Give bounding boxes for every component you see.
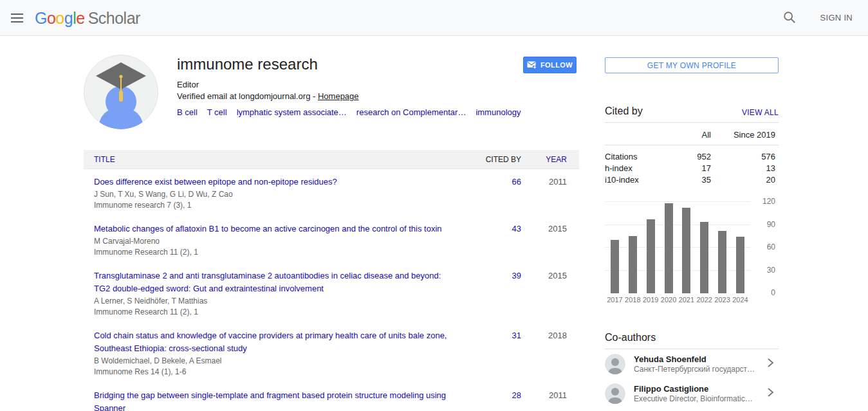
chart-ytick-label: 60	[767, 242, 775, 251]
profile-avatar[interactable]	[84, 55, 158, 129]
table-header-row: TITLE CITED BY YEAR	[84, 150, 579, 169]
article-venue: Immunome Research 11 (2), 1	[94, 247, 450, 257]
stat-value-since[interactable]: 13	[766, 163, 775, 173]
chart-bar[interactable]	[682, 208, 690, 293]
stat-value-all[interactable]: 17	[702, 163, 711, 173]
chart-year-label: 2018	[624, 296, 642, 304]
article-row: Does difference exist between epitope an…	[84, 169, 579, 216]
stat-label: h-index	[605, 163, 663, 174]
article-title-link[interactable]: Cold chain status and knowledge of vacci…	[94, 329, 450, 355]
coauthor-row[interactable]: Yehuda Shoenfeld Санкт-Петербургский гос…	[605, 349, 779, 379]
column-header-title[interactable]: TITLE	[94, 155, 115, 164]
citation-stats-table: All Since 2019 Citations 952 576 h-index	[605, 123, 779, 186]
chart-bar[interactable]	[700, 222, 708, 293]
stat-value-all[interactable]: 952	[697, 152, 711, 161]
stat-label: i10-index	[605, 174, 663, 186]
follow-button[interactable]: FOLLOW	[523, 57, 577, 73]
stat-row: i10-index 35 20	[605, 174, 779, 186]
citations-per-year-chart: 20172018201920202021202220232024 0306090…	[605, 202, 779, 304]
stats-col-all: All	[663, 129, 711, 141]
stat-value-since[interactable]: 576	[761, 152, 775, 161]
article-cited-count[interactable]: 28	[512, 390, 521, 400]
article-row: Transglutaminase 2 and anti transglutami…	[84, 263, 579, 323]
chart-bar[interactable]	[665, 203, 673, 293]
search-icon[interactable]	[782, 10, 797, 26]
sign-in-link[interactable]: SIGN IN	[820, 13, 853, 23]
envelope-plus-icon	[527, 61, 537, 69]
interest-tag[interactable]: research on Complementar…	[356, 107, 466, 118]
chart-year-label: 2017	[606, 296, 623, 304]
chart-year-label: 2024	[732, 296, 749, 304]
stats-rows: Citations 952 576 h-index 17 13 i10-inde…	[605, 151, 779, 186]
article-title-link[interactable]: Metabolic changes of aflatoxin B1 to bec…	[94, 223, 450, 235]
chevron-right-icon[interactable]	[766, 358, 775, 370]
stat-label: Citations	[605, 151, 663, 163]
column-header-year[interactable]: YEAR	[546, 155, 567, 164]
chart-year-label: 2022	[696, 296, 713, 304]
scholar-logo-text: Scholar	[88, 9, 140, 27]
interest-tag[interactable]: immunology	[476, 107, 521, 118]
chart-plot-area	[605, 202, 750, 293]
interest-tag[interactable]: T cell	[207, 107, 227, 118]
chart-year-label: 2023	[714, 296, 731, 304]
coauthor-affiliation: Executive Director, Bioinformatic…	[634, 394, 766, 404]
stats-col-since: Since 2019	[711, 129, 775, 141]
chart-year-label: 2021	[678, 296, 695, 304]
hamburger-menu-icon[interactable]	[11, 10, 26, 26]
stats-header-row: All Since 2019	[605, 123, 779, 145]
article-cited-count[interactable]: 39	[512, 271, 521, 280]
article-authors: J Sun, T Xu, S Wang, G Li, D Wu, Z Cao	[94, 189, 450, 199]
article-year: 2015	[521, 223, 579, 257]
cited-by-panel: Cited by VIEW ALL All Since 2019 Citatio…	[605, 105, 779, 304]
chart-bar[interactable]	[611, 240, 619, 293]
column-header-cited-by[interactable]: CITED BY	[470, 155, 521, 164]
sidebar: GET MY OWN PROFILE Cited by VIEW ALL All…	[605, 57, 779, 408]
get-my-own-profile-button[interactable]: GET MY OWN PROFILE	[605, 57, 779, 73]
article-authors: M Carvajal-Moreno	[94, 236, 450, 246]
view-all-link[interactable]: VIEW ALL	[742, 108, 779, 117]
coauthors-panel: Co-authors Yehuda Shoenfe	[605, 332, 779, 408]
chart-bar[interactable]	[647, 219, 655, 293]
article-cited-count[interactable]: 66	[512, 177, 521, 187]
article-title-link[interactable]: Transglutaminase 2 and anti transglutami…	[94, 269, 450, 295]
article-title-link[interactable]: Does difference exist between epitope an…	[94, 176, 450, 188]
article-title-link[interactable]: Bridging the gap between single-template…	[94, 389, 450, 411]
article-venue: Immunome Research 11 (2), 1	[94, 307, 450, 317]
article-year: 2011	[521, 176, 579, 210]
google-scholar-profile-page: GoogleScholar SIGN IN	[0, 0, 868, 411]
article-row: Metabolic changes of aflatoxin B1 to bec…	[84, 216, 579, 263]
article-year: 2011	[521, 389, 579, 411]
chevron-right-icon[interactable]	[766, 388, 775, 399]
stat-value-all[interactable]: 35	[702, 175, 711, 185]
coauthor-avatar	[605, 383, 625, 404]
chart-ytick-label: 120	[762, 197, 775, 206]
verified-email: Verified email at longdomjournal.org - H…	[177, 91, 518, 102]
chart-x-axis: 20172018201920202021202220232024	[605, 296, 750, 304]
chart-year-label: 2020	[660, 296, 678, 304]
chart-ytick-label: 0	[771, 288, 775, 297]
interest-tag[interactable]: B cell	[177, 107, 198, 118]
coauthor-list: Yehuda Shoenfeld Санкт-Петербургский гос…	[605, 349, 779, 408]
stat-value-since[interactable]: 20	[766, 175, 775, 185]
article-rows: Does difference exist between epitope an…	[84, 169, 579, 411]
article-cited-count[interactable]: 31	[512, 331, 521, 340]
article-authors: B Woldemichael, D Bekele, A Esmael	[94, 356, 450, 366]
chart-ytick-label: 90	[767, 220, 775, 229]
coauthor-name[interactable]: Filippo Castiglione	[634, 384, 766, 394]
article-cited-count[interactable]: 43	[512, 224, 521, 233]
stat-row: h-index 17 13	[605, 163, 779, 174]
coauthor-name[interactable]: Yehuda Shoenfeld	[634, 354, 766, 365]
chart-year-label: 2019	[642, 296, 660, 304]
chart-bar[interactable]	[629, 236, 637, 293]
chart-bar[interactable]	[718, 231, 726, 293]
google-logo-letters: Google	[35, 9, 85, 27]
chart-bar[interactable]	[736, 237, 744, 293]
article-venue: Immunome Res 14 (1), 1-6	[94, 367, 450, 377]
article-venue: Immunome research 7 (3), 1	[94, 200, 450, 210]
coauthor-row[interactable]: Filippo Castiglione Executive Director, …	[605, 379, 779, 408]
google-scholar-logo[interactable]: GoogleScholar	[35, 8, 140, 28]
interest-tag[interactable]: lymphatic system associate…	[237, 107, 347, 118]
chart-ytick-label: 30	[767, 266, 775, 275]
article-year: 2015	[521, 269, 579, 317]
homepage-link[interactable]: Homepage	[318, 91, 359, 101]
